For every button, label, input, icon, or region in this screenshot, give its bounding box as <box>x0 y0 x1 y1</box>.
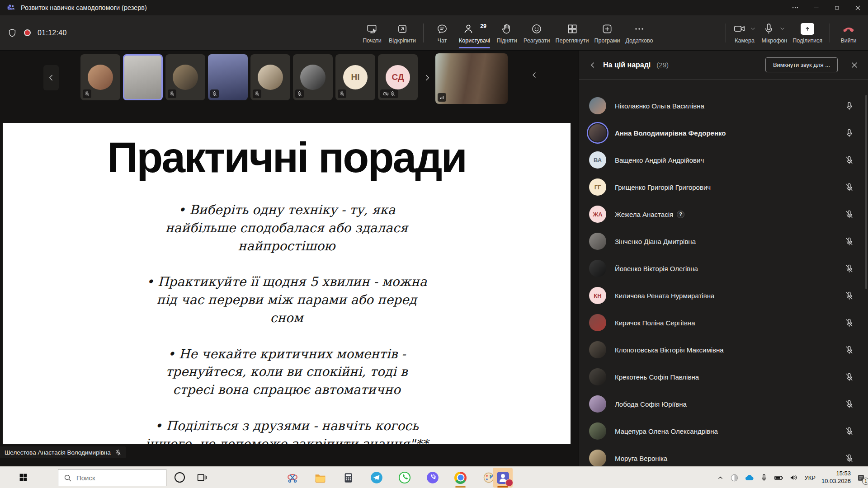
filmstrip-collapse-button[interactable] <box>530 70 539 80</box>
participant-row[interactable]: Клопотовська Вікторія Максимівна <box>579 336 868 363</box>
search-input[interactable] <box>76 474 153 482</box>
participant-mic-button[interactable] <box>844 291 855 300</box>
chevron-down-icon[interactable] <box>750 25 756 32</box>
tray-app-icon[interactable] <box>730 474 739 482</box>
avatar <box>589 395 606 413</box>
window-minimize-button[interactable] <box>806 0 826 15</box>
participant-row[interactable]: Йовенко Вікторія Олегівна <box>579 255 868 282</box>
camera-button[interactable]: Камера <box>731 17 759 49</box>
participant-mic-button[interactable] <box>844 155 855 165</box>
mic-off-icon <box>844 264 854 273</box>
participant-mic-button[interactable] <box>844 101 855 111</box>
participant-row[interactable]: Анна Володимирівна Федоренко <box>579 119 868 146</box>
participant-row[interactable]: ЖА Жежела Анастасія? <box>579 201 868 228</box>
window-close-button[interactable] <box>847 0 868 15</box>
participant-row[interactable]: ВА Ващенко Андрій Андрійович <box>579 146 868 174</box>
more-options-button[interactable]: Додатково <box>623 17 656 49</box>
participant-mic-button[interactable] <box>844 454 855 463</box>
mic-off-icon <box>115 449 122 456</box>
mute-all-button[interactable]: Вимкнути звук для ... <box>765 57 838 72</box>
video-filmstrip: НІ СД <box>0 53 579 107</box>
participant-row[interactable]: ГГ Грищенко Григорій Григорович <box>579 174 868 201</box>
window-more-icon[interactable] <box>785 0 806 15</box>
telegram-icon[interactable] <box>370 471 383 484</box>
slide-title: Практичні поради <box>3 133 571 182</box>
video-tile[interactable] <box>165 54 205 100</box>
tray-expand-icon[interactable] <box>717 474 724 482</box>
tray-mic-icon[interactable] <box>760 474 768 482</box>
close-panel-button[interactable] <box>850 61 859 70</box>
participant-mic-button[interactable] <box>844 399 855 409</box>
video-tile[interactable]: НІ <box>335 54 375 100</box>
back-chevron-icon[interactable] <box>588 61 597 70</box>
microphone-button[interactable]: Мікрофон <box>759 17 790 49</box>
taskbar-clock[interactable]: 15:53 10.03.2026 <box>821 470 851 485</box>
participant-mic-button[interactable] <box>844 210 855 219</box>
chevron-down-icon[interactable] <box>779 25 786 32</box>
participant-mic-button[interactable] <box>844 183 855 192</box>
view-button[interactable]: Переглянути <box>552 17 591 49</box>
battery-icon[interactable] <box>774 473 783 483</box>
teams-taskbar-icon[interactable] <box>493 468 513 488</box>
video-tile[interactable] <box>293 54 333 100</box>
tile-status-badges <box>380 89 398 98</box>
whatsapp-icon[interactable] <box>398 471 411 484</box>
window-titlebar: Розвиток навичок самодопомоги (резерв) <box>0 0 868 15</box>
cortana-icon[interactable] <box>175 472 185 483</box>
participant-row[interactable]: Мацепура Олена Олександрівна <box>579 418 868 445</box>
share-screen-button[interactable]: Почати <box>358 17 386 49</box>
participant-mic-button[interactable] <box>844 237 855 246</box>
chrome-icon[interactable] <box>454 471 467 484</box>
video-tile[interactable] <box>208 54 248 100</box>
participant-mic-button[interactable] <box>844 345 855 355</box>
slide-bullet: Виберіть одну техніку - ту, яка найбільш… <box>142 201 431 255</box>
shield-icon[interactable] <box>7 28 17 38</box>
participant-row[interactable]: Ніколаєнко Ольга Василівна <box>579 92 868 119</box>
ellipsis-icon <box>633 23 645 35</box>
taskbar-search[interactable] <box>58 469 166 486</box>
share-tray-button[interactable]: Поділитися <box>790 17 825 49</box>
mic-off-icon <box>844 210 854 219</box>
onedrive-icon[interactable] <box>745 473 754 483</box>
video-tile-active-speaker[interactable] <box>123 54 163 100</box>
participant-mic-button[interactable] <box>844 318 855 328</box>
avatar-initials: НІ <box>343 65 368 89</box>
sc rollbar[interactable] <box>865 95 867 289</box>
video-tile[interactable]: СД <box>378 54 418 100</box>
apps-button[interactable]: Програми <box>592 17 623 49</box>
participants-button[interactable]: 29 Користувачі <box>456 17 493 49</box>
unpin-button[interactable]: Відкріпити <box>386 17 419 49</box>
participant-row[interactable]: Лобода Софія Юріївна <box>579 390 868 418</box>
raise-hand-button[interactable]: Підняти <box>493 17 521 49</box>
calculator-icon[interactable] <box>342 471 355 484</box>
participant-mic-button[interactable] <box>844 264 855 273</box>
participant-mic-button[interactable] <box>844 128 855 138</box>
window-maximize-button[interactable] <box>826 0 847 15</box>
mic-on-icon <box>844 101 854 111</box>
filmstrip-prev-button[interactable] <box>43 65 59 90</box>
start-button[interactable] <box>19 473 28 482</box>
volume-icon[interactable] <box>789 473 798 482</box>
task-view-icon[interactable] <box>196 472 208 483</box>
video-tile[interactable] <box>250 54 290 100</box>
pinned-video-tile[interactable] <box>435 53 508 104</box>
participant-row[interactable]: Крекотень Софія Павлівна <box>579 363 868 390</box>
participant-row[interactable]: Киричок Поліна Сергіївна <box>579 309 868 336</box>
participant-mic-button[interactable] <box>844 427 855 436</box>
snipping-tool-icon[interactable] <box>286 471 299 484</box>
leave-button[interactable]: Вийти <box>835 17 863 49</box>
participant-row[interactable]: Моруга Вероніка <box>579 445 868 466</box>
file-explorer-icon[interactable] <box>314 471 327 484</box>
participant-row[interactable]: КН Киличова Рената Нурмиратівна <box>579 282 868 309</box>
viber-icon[interactable] <box>426 471 439 484</box>
react-button[interactable]: Реагувати <box>521 17 552 49</box>
language-indicator[interactable]: УКР <box>804 474 816 481</box>
mic-off-icon <box>844 345 854 355</box>
participant-mic-button[interactable] <box>844 372 855 382</box>
filmstrip-next-button[interactable] <box>420 65 435 90</box>
participant-row[interactable]: Зінченко Діана Дмитрівна <box>579 228 868 255</box>
notification-center-button[interactable]: 1 <box>857 474 865 482</box>
chat-button[interactable]: Чат <box>428 17 456 49</box>
mic-off-icon <box>254 91 260 97</box>
video-tile[interactable] <box>80 54 120 100</box>
